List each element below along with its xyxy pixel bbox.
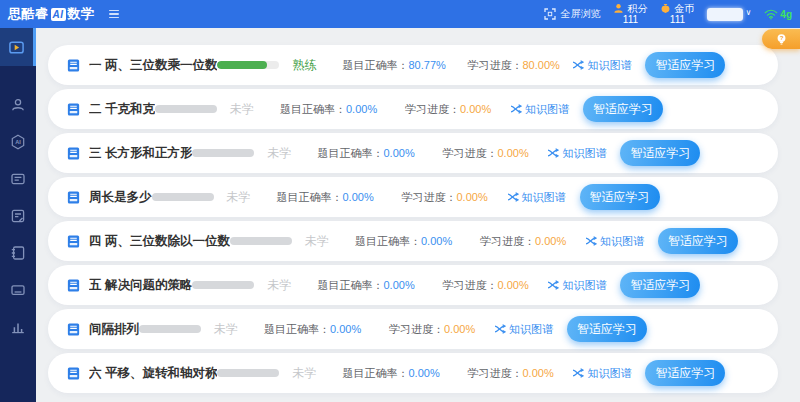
learning-progress-label: 学习进度： xyxy=(405,102,460,117)
learning-progress-stat: 学习进度：0.00% xyxy=(480,234,585,249)
lesson-row: 三 长方形和正方形 未学 题目正确率：0.00% 学习进度：0.00% 知识图谱… xyxy=(48,133,778,173)
accuracy-stat: 题目正确率：0.00% xyxy=(317,146,442,161)
lesson-row: 二 千克和克 未学 题目正确率：0.00% 学习进度：0.00% 知识图谱 智适… xyxy=(48,89,778,129)
learning-progress-value: 0.00% xyxy=(457,191,488,203)
points-label: 积分 xyxy=(627,3,647,15)
notebook-icon xyxy=(10,245,26,261)
sidebar-item-video-lessons[interactable] xyxy=(0,28,36,66)
adaptive-learning-button[interactable]: 智适应学习 xyxy=(620,272,700,298)
sidebar-item-statistics[interactable] xyxy=(0,309,36,345)
wifi-icon xyxy=(764,8,778,20)
accuracy-stat: 题目正确率：80.77% xyxy=(342,58,467,73)
adaptive-learning-button[interactable]: 智适应学习 xyxy=(658,228,738,254)
sidebar-item-cards[interactable] xyxy=(0,272,36,308)
accuracy-label: 题目正确率： xyxy=(277,190,343,205)
knowledge-map-link[interactable]: 知识图谱 xyxy=(547,278,620,293)
knowledge-map-link[interactable]: 知识图谱 xyxy=(507,190,580,205)
learning-progress-label: 学习进度： xyxy=(480,234,535,249)
mastery-bar xyxy=(192,281,254,289)
fullscreen-icon xyxy=(544,8,556,20)
network-label: 4g xyxy=(780,9,792,20)
adaptive-learning-button[interactable]: 智适应学习 xyxy=(645,52,725,78)
lesson-title: 周长是多少 xyxy=(89,189,152,206)
mastery-bar xyxy=(217,369,279,377)
knowledge-map-link[interactable]: 知识图谱 xyxy=(572,366,645,381)
learning-progress-stat: 学习进度：80.00% xyxy=(467,58,572,73)
shuffle-icon xyxy=(547,147,559,159)
help-lightbulb-tab[interactable]: ? xyxy=(762,29,800,49)
learning-progress-label: 学习进度： xyxy=(402,190,457,205)
lesson-title: 六 平移、旋转和轴对称 xyxy=(89,365,217,382)
logo-ai-mark: AI xyxy=(51,8,66,21)
svg-text:?: ? xyxy=(779,34,783,41)
learning-progress-value: 0.00% xyxy=(522,367,553,379)
accuracy-stat: 题目正确率：0.00% xyxy=(317,278,442,293)
menu-icon[interactable] xyxy=(109,10,119,19)
knowledge-map-link[interactable]: 知识图谱 xyxy=(572,58,645,73)
logo-suffix: 数学 xyxy=(68,5,95,23)
shuffle-icon xyxy=(572,59,584,71)
mastery-bar-fill xyxy=(217,61,267,69)
shuffle-icon xyxy=(510,103,522,115)
lesson-title: 三 长方形和正方形 xyxy=(89,145,192,162)
lightbulb-icon: ? xyxy=(774,32,789,47)
adaptive-learning-button[interactable]: 智适应学习 xyxy=(580,184,660,210)
lesson-title: 二 千克和克 xyxy=(89,101,155,118)
lesson-row: 五 解决问题的策略 未学 题目正确率：0.00% 学习进度：0.00% 知识图谱… xyxy=(48,265,778,305)
adaptive-learning-button[interactable]: 智适应学习 xyxy=(567,316,647,342)
knowledge-map-link[interactable]: 知识图谱 xyxy=(585,234,658,249)
mastery-status: 未学 xyxy=(305,233,349,250)
sidebar-item-profile[interactable] xyxy=(0,87,36,123)
knowledge-map-link[interactable]: 知识图谱 xyxy=(494,322,567,337)
learning-progress-stat: 学习进度：0.00% xyxy=(402,190,507,205)
learning-progress-value: 0.00% xyxy=(497,279,528,291)
accuracy-label: 题目正确率： xyxy=(264,322,330,337)
learning-progress-value: 0.00% xyxy=(535,235,566,247)
learning-progress-stat: 学习进度：0.00% xyxy=(442,278,547,293)
adaptive-learning-button[interactable]: 智适应学习 xyxy=(620,140,700,166)
account-dropdown[interactable]: ∨ xyxy=(707,8,751,21)
app-window: 思酷睿 AI 数学 全屏浏览 积分 xyxy=(0,0,800,402)
accuracy-value: 0.00% xyxy=(330,323,361,335)
sidebar-item-notebook[interactable] xyxy=(0,235,36,271)
sidebar-item-homework[interactable] xyxy=(0,198,36,234)
logo-prefix: 思酷睿 xyxy=(8,5,49,23)
knowledge-map-label: 知识图谱 xyxy=(587,58,631,73)
knowledge-map-label: 知识图谱 xyxy=(587,366,631,381)
knowledge-map-label: 知识图谱 xyxy=(525,102,569,117)
accuracy-stat: 题目正确率：0.00% xyxy=(342,366,467,381)
lesson-title: 五 解决问题的策略 xyxy=(89,277,192,294)
coins-value: 111 xyxy=(670,14,685,26)
book-icon xyxy=(66,234,81,249)
accuracy-value: 0.00% xyxy=(383,279,414,291)
learning-progress-stat: 学习进度：0.00% xyxy=(405,102,510,117)
knowledge-map-link[interactable]: 知识图谱 xyxy=(510,102,583,117)
lesson-row: 周长是多少 未学 题目正确率：0.00% 学习进度：0.00% 知识图谱 智适应… xyxy=(48,177,778,217)
header-right-cluster: 全屏浏览 积分 111 金币 111 xyxy=(544,3,792,26)
lesson-title: 一 两、三位数乘一位数 xyxy=(89,57,217,74)
coins-icon xyxy=(660,3,671,14)
learning-progress-label: 学习进度： xyxy=(467,366,522,381)
fullscreen-toggle[interactable]: 全屏浏览 xyxy=(544,7,600,21)
sidebar-items: AI xyxy=(0,87,36,345)
sidebar-item-ai[interactable]: AI xyxy=(0,124,36,160)
book-icon xyxy=(66,146,81,161)
adaptive-learning-button[interactable]: 智适应学习 xyxy=(645,360,725,386)
adaptive-learning-button[interactable]: 智适应学习 xyxy=(583,96,663,122)
accuracy-label: 题目正确率： xyxy=(342,366,408,381)
mastery-bar xyxy=(155,105,217,113)
accuracy-stat: 题目正确率：0.00% xyxy=(280,102,405,117)
shuffle-icon xyxy=(494,323,506,335)
learning-progress-value: 0.00% xyxy=(497,147,528,159)
accuracy-stat: 题目正确率：0.00% xyxy=(277,190,402,205)
knowledge-map-link[interactable]: 知识图谱 xyxy=(547,146,620,161)
accuracy-stat: 题目正确率：0.00% xyxy=(264,322,389,337)
sidebar-item-courseware[interactable] xyxy=(0,161,36,197)
book-icon xyxy=(66,278,81,293)
knowledge-map-label: 知识图谱 xyxy=(600,234,644,249)
learning-progress-label: 学习进度： xyxy=(389,322,444,337)
mastery-status: 未学 xyxy=(214,321,258,338)
user-icon xyxy=(10,97,26,113)
book-icon xyxy=(66,322,81,337)
mastery-status: 熟练 xyxy=(292,57,336,74)
